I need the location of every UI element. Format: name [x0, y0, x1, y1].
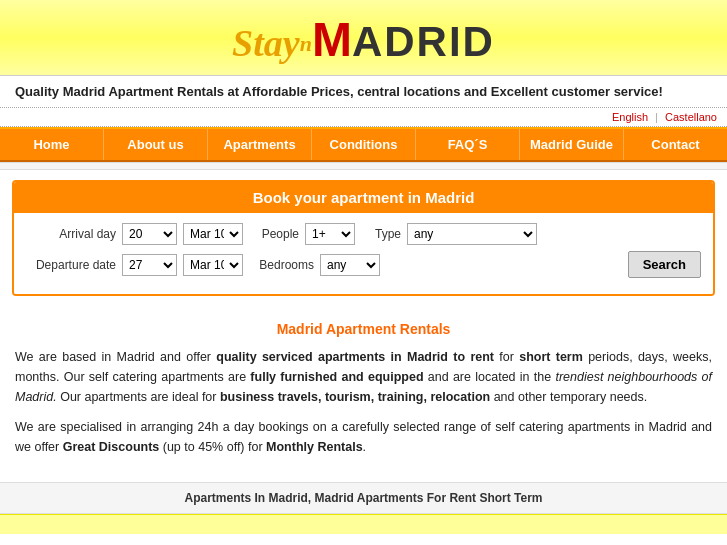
nav-home[interactable]: Home [0, 129, 104, 160]
departure-label: Departure date [26, 258, 116, 272]
nav-contact[interactable]: Contact [624, 129, 727, 160]
booking-section: Book your apartment in Madrid Arrival da… [12, 180, 715, 296]
content-para2: We are specialised in arranging 24h a da… [15, 417, 712, 457]
arrival-month-select[interactable]: Mar 10 [183, 223, 243, 245]
bedrooms-label: Bedrooms [249, 258, 314, 272]
nav-conditions[interactable]: Conditions [312, 129, 416, 160]
tagline: Quality Madrid Apartment Rentals at Affo… [0, 76, 727, 107]
form-row-arrival: Arrival day 20 Mar 10 People 1+ Type any [26, 223, 701, 245]
bottom-bar: Apartments In Madrid, Madrid Apartments … [0, 482, 727, 514]
nav-bar: Home About us Apartments Conditions FAQ´… [0, 127, 727, 162]
booking-form: Arrival day 20 Mar 10 People 1+ Type any… [14, 213, 713, 294]
logo-n: n [300, 31, 312, 56]
form-row-departure: Departure date 27 Mar 10 Bedrooms any Se… [26, 251, 701, 278]
lang-separator: | [655, 111, 658, 123]
type-label: Type [361, 227, 401, 241]
nav-apartments[interactable]: Apartments [208, 129, 312, 160]
logo-stay: Stay [232, 22, 300, 64]
nav-about[interactable]: About us [104, 129, 208, 160]
logo: StaynMADRID [0, 12, 727, 67]
bedrooms-select[interactable]: any [320, 254, 380, 276]
people-label: People [249, 227, 299, 241]
language-bar: English | Castellano [0, 107, 727, 127]
departure-day-select[interactable]: 27 [122, 254, 177, 276]
people-select[interactable]: 1+ [305, 223, 355, 245]
logo-m: M [312, 13, 352, 66]
logo-madrid: MADRID [312, 18, 495, 65]
header-banner: StaynMADRID [0, 0, 727, 76]
content-area: Madrid Apartment Rentals We are based in… [0, 306, 727, 482]
search-button[interactable]: Search [628, 251, 701, 278]
nav-guide[interactable]: Madrid Guide [520, 129, 624, 160]
content-title: Madrid Apartment Rentals [15, 321, 712, 337]
content-para1: We are based in Madrid and offer quality… [15, 347, 712, 407]
departure-month-select[interactable]: Mar 10 [183, 254, 243, 276]
divider-top [0, 162, 727, 170]
arrival-label: Arrival day [26, 227, 116, 241]
nav-faqs[interactable]: FAQ´S [416, 129, 520, 160]
bottom-yellow [0, 514, 727, 534]
arrival-day-select[interactable]: 20 [122, 223, 177, 245]
type-select[interactable]: any [407, 223, 537, 245]
english-link[interactable]: English [612, 111, 648, 123]
booking-header: Book your apartment in Madrid [14, 182, 713, 213]
castellano-link[interactable]: Castellano [665, 111, 717, 123]
logo-adrid: ADRID [352, 18, 495, 65]
